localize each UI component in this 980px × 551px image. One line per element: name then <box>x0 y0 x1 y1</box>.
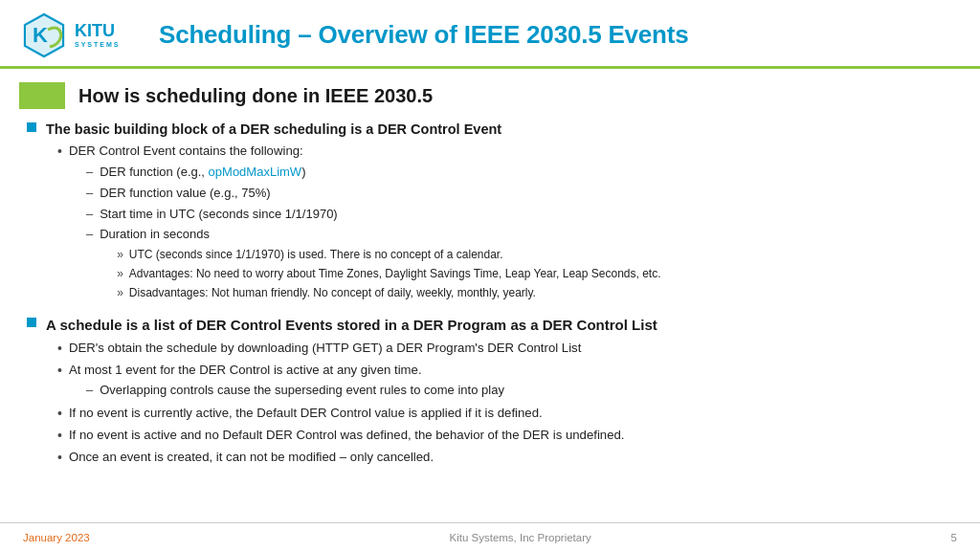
bullet-l4-disadvantages-text: Disadvantages: Not human friendly. No co… <box>129 284 536 302</box>
dot-icon-4: • <box>57 404 62 424</box>
logo-systems: SYSTEMS <box>75 41 120 49</box>
bullet-l3-function-text: DER function (e.g., opModMaxLimW) <box>100 163 305 182</box>
dash-icon-5: – <box>86 381 93 401</box>
bullet-l1-2: A schedule is a list of DER Control Even… <box>27 314 953 470</box>
bullet-l2-obtain-text: DER's obtain the schedule by downloading… <box>69 339 581 358</box>
green-accent-bar <box>19 82 65 109</box>
section-title: How is scheduling done in IEEE 2030.5 <box>78 85 433 107</box>
bullet-l2-1-text: DER Control Event contains the following… <box>69 143 303 158</box>
sub-list-2: • DER's obtain the schedule by downloadi… <box>57 339 657 468</box>
dash-icon-3: – <box>86 205 93 225</box>
footer-page-number: 5 <box>951 532 957 543</box>
bullet-l2-1: • DER Control Event contains the followi… <box>57 142 661 304</box>
chevron-icon-2: » <box>117 265 123 283</box>
bullet-l3-value-text: DER function value (e.g., 75%) <box>100 184 270 203</box>
bullet-l2-noactive: • If no event is currently active, the D… <box>57 404 657 424</box>
bullet-l4-advantages: » Advantages: No need to worry about Tim… <box>117 265 660 283</box>
chevron-icon-1: » <box>117 246 123 264</box>
bullet-l3-function: – DER function (e.g., opModMaxLimW) <box>86 163 661 183</box>
header: K SYSTEMS KITU SYSTEMS Scheduling – Over… <box>0 0 980 69</box>
dash-icon-2: – <box>86 184 93 204</box>
slide-content: The basic building block of a DER schedu… <box>0 119 980 470</box>
sub-sub-list-2: – Overlapping controls cause the superse… <box>86 381 504 401</box>
bullet-l2-nodefault-text: If no event is active and no Default DER… <box>69 426 625 445</box>
bullet-l4-utc-text: UTC (seconds since 1/1/1970) is used. Th… <box>129 246 503 264</box>
bullet-l2-obtain: • DER's obtain the schedule by downloadi… <box>57 339 657 359</box>
bullet-l2-oncecreated-text: Once an event is created, it can not be … <box>69 448 434 467</box>
chevron-icon-3: » <box>117 284 123 302</box>
logo-area: K SYSTEMS KITU SYSTEMS <box>19 11 144 60</box>
sub-sub-sub-list-1: » UTC (seconds since 1/1/1970) is used. … <box>117 246 660 303</box>
bullet-l3-overlapping: – Overlapping controls cause the superse… <box>86 381 504 401</box>
dash-icon-1: – <box>86 163 93 183</box>
section-header: How is scheduling done in IEEE 2030.5 <box>19 82 961 109</box>
bullet-l3-starttime: – Start time in UTC (seconds since 1/1/1… <box>86 205 661 225</box>
bullet-l4-advantages-text: Advantages: No need to worry about Time … <box>129 265 661 283</box>
bullet-l2-noactive-text: If no event is currently active, the Def… <box>69 404 543 423</box>
dot-icon-1: • <box>57 142 62 162</box>
footer-proprietary: Kitu Systems, Inc Proprietary <box>450 532 591 543</box>
bullet-l3-duration: – Duration in seconds » UTC (seconds sin… <box>86 225 661 303</box>
sub-list-1: • DER Control Event contains the followi… <box>57 142 661 304</box>
bullet-l3-value: – DER function value (e.g., 75%) <box>86 184 661 204</box>
svg-text:K: K <box>33 23 48 47</box>
footer: January 2023 Kitu Systems, Inc Proprieta… <box>0 522 980 551</box>
opmod-link[interactable]: opModMaxLimW <box>209 165 302 179</box>
bullet-l2-atmost: • At most 1 event for the DER Control is… <box>57 361 657 402</box>
footer-date: January 2023 <box>23 532 90 543</box>
dot-icon-3: • <box>57 361 62 381</box>
bullet-l2-atmost-text: At most 1 event for the DER Control is a… <box>69 363 422 377</box>
bullet-l2-oncecreated: • Once an event is created, it can not b… <box>57 448 657 468</box>
bullet-l1-1-text: The basic building block of a DER schedu… <box>46 121 501 137</box>
bullet-square-2 <box>27 318 36 327</box>
kitu-logo: K SYSTEMS <box>19 11 69 60</box>
bullet-l3-starttime-text: Start time in UTC (seconds since 1/1/197… <box>100 205 338 224</box>
logo-kitu: KITU <box>75 22 120 41</box>
dash-icon-4: – <box>86 225 93 245</box>
dot-icon-2: • <box>57 339 62 359</box>
bullet-l3-overlapping-text: Overlapping controls cause the supersedi… <box>100 381 504 400</box>
sub-sub-list-1: – DER function (e.g., opModMaxLimW) – DE… <box>86 163 661 303</box>
bullet-l1-2-text: A schedule is a list of DER Control Even… <box>46 317 657 333</box>
bullet-l1-1: The basic building block of a DER schedu… <box>27 119 953 306</box>
slide-title: Scheduling – Overview of IEEE 2030.5 Eve… <box>144 20 961 50</box>
bullet-l4-utc: » UTC (seconds since 1/1/1970) is used. … <box>117 246 660 264</box>
dot-icon-6: • <box>57 448 62 468</box>
bullet-l3-duration-text: Duration in seconds <box>100 227 210 241</box>
dot-icon-5: • <box>57 426 62 446</box>
bullet-l4-disadvantages: » Disadvantages: Not human friendly. No … <box>117 284 660 302</box>
bullet-l2-nodefault: • If no event is active and no Default D… <box>57 426 657 446</box>
bullet-square-1 <box>27 122 36 132</box>
